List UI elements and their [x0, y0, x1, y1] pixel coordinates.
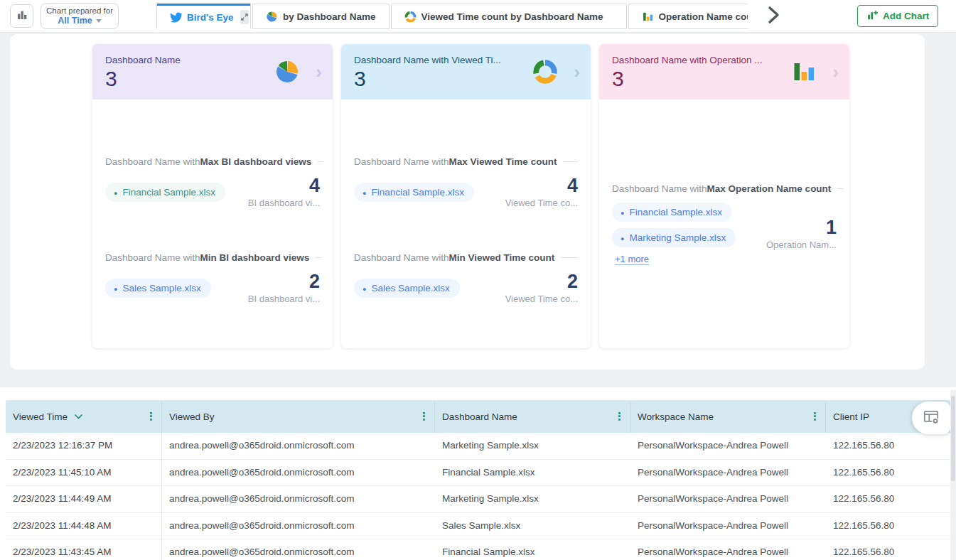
column-menu-icon[interactable]: ⋮ — [419, 409, 429, 424]
table-header: Viewed Time⋮Viewed By⋮Dashboard Name⋮Wor… — [6, 400, 950, 433]
cell-viewed-time: 2/23/2023 11:45:10 AM — [6, 460, 162, 486]
tab-label: by Dashboard Name — [283, 11, 376, 22]
cell-viewed-time: 2/23/2023 11:43:45 AM — [6, 539, 162, 560]
cell-viewed-time: 2/23/2023 11:44:48 AM — [6, 513, 162, 539]
bars-chart-icon — [791, 59, 817, 85]
stat-value-label: BI dashboard vi... — [248, 294, 320, 304]
dashboard-pill-sales-sample-xlsx[interactable]: ●Sales Sample.xlsx — [105, 279, 211, 298]
tab-by-dashboard-name[interactable]: by Dashboard Name — [252, 4, 390, 29]
add-chart-icon — [866, 9, 879, 23]
section-heading: Dashboard Name with Min BI dashboard vie… — [105, 252, 320, 263]
tabs-scroll-right-button[interactable] — [765, 6, 786, 26]
scrollbar-thumb[interactable] — [951, 396, 955, 481]
chevron-right-icon — [765, 6, 782, 27]
summary-cards: Dashboard Name3›Dashboard Name with Max … — [10, 34, 925, 348]
cell-dashboard-name: Financial Sample.xlsx — [435, 460, 630, 486]
column-settings-button[interactable] — [912, 402, 950, 434]
charts-panel: Dashboard Name3›Dashboard Name with Max … — [10, 34, 925, 370]
tab-viewed-time-count-by-dashboard-name[interactable]: Viewed Time count by Dashboard Name — [391, 4, 627, 29]
caret-down-icon — [96, 19, 102, 23]
dashboard-pill-financial-sample-xlsx[interactable]: ●Financial Sample.xlsx — [105, 183, 225, 202]
donut-chart-icon — [404, 11, 417, 23]
add-chart-button[interactable]: Add Chart — [857, 5, 938, 27]
chevron-right-icon[interactable]: › — [574, 60, 580, 84]
summary-card-dashboard-name-with-operation: Dashboard Name with Operation ...3›Dashb… — [599, 44, 849, 348]
cell-viewed-time: 2/23/2023 11:44:49 AM — [6, 486, 162, 512]
stat-value-block: 4BI dashboard vi... — [248, 176, 320, 208]
table-row[interactable]: 2/23/2023 11:43:45 AMandrea.powell@o365d… — [6, 539, 950, 560]
divider — [318, 161, 323, 162]
card-header[interactable]: Dashboard Name3› — [92, 44, 333, 99]
tab-bird-s-eye[interactable]: Bird's Eye — [156, 4, 251, 29]
stat-value-block: 4Viewed Time co... — [505, 176, 578, 208]
stat-value: 2 — [505, 271, 578, 291]
bullet-icon: ● — [621, 235, 624, 242]
stat-section: Dashboard Name with Min Viewed Time coun… — [354, 252, 578, 304]
toolbar: Chart prepared for All Time Bird's Eyeby… — [0, 0, 956, 33]
chevron-right-icon[interactable]: › — [832, 60, 839, 84]
chevron-right-icon[interactable]: › — [316, 60, 322, 84]
vertical-scrollbar[interactable] — [950, 390, 956, 560]
bird-chart-icon — [170, 11, 182, 23]
cell-workspace-name: PersonalWorkspace-Andrea Powell — [630, 539, 826, 560]
bullet-icon: ● — [362, 190, 366, 197]
expand-icon[interactable] — [240, 10, 249, 24]
table-row[interactable]: 2/23/2023 12:16:37 PMandrea.powell@o365d… — [6, 433, 950, 460]
section-heading: Dashboard Name with Min Viewed Time coun… — [354, 252, 578, 263]
cell-dashboard-name: Marketing Sample.xlsx — [435, 486, 630, 512]
card-body: Dashboard Name with Max BI dashboard vie… — [92, 156, 333, 304]
stat-value-label: Viewed Time co... — [505, 198, 578, 208]
column-menu-icon[interactable]: ⋮ — [810, 409, 820, 424]
dashboard-pill-financial-sample-xlsx[interactable]: ●Financial Sample.xlsx — [612, 203, 732, 222]
section-heading: Dashboard Name with Max BI dashboard vie… — [105, 156, 320, 167]
stat-section: Dashboard Name with Max BI dashboard vie… — [105, 156, 320, 208]
divider — [561, 257, 578, 258]
column-header-viewed-by[interactable]: Viewed By⋮ — [162, 400, 435, 433]
column-header-dashboard-name[interactable]: Dashboard Name⋮ — [435, 400, 630, 433]
column-label: Dashboard Name — [442, 411, 517, 422]
table-row[interactable]: 2/23/2023 11:44:49 AMandrea.powell@o365d… — [6, 486, 950, 513]
cell-viewed-by: andrea.powell@o365droid.onmicrosoft.com — [162, 433, 435, 459]
time-filter-value: All Time — [58, 16, 92, 26]
column-header-viewed-time[interactable]: Viewed Time⋮ — [6, 400, 162, 433]
card-header[interactable]: Dashboard Name with Operation ...3› — [599, 44, 849, 99]
column-menu-icon[interactable]: ⋮ — [146, 409, 156, 424]
divider — [316, 257, 321, 258]
bar-chart-icon — [16, 9, 28, 23]
sort-desc-icon[interactable] — [75, 414, 82, 419]
table-row[interactable]: 2/23/2023 11:44:48 AMandrea.powell@o365d… — [6, 513, 950, 540]
column-label: Workspace Name — [638, 411, 714, 422]
cell-viewed-by: andrea.powell@o365droid.onmicrosoft.com — [162, 460, 435, 486]
dashboard-pill-sales-sample-xlsx[interactable]: ●Sales Sample.xlsx — [354, 279, 460, 298]
chart-tabs: Bird's Eyeby Dashboard NameViewed Time c… — [156, 4, 748, 33]
cell-viewed-by: andrea.powell@o365droid.onmicrosoft.com — [162, 486, 435, 512]
stat-value: 1 — [766, 217, 837, 237]
column-label: Client IP — [833, 411, 869, 422]
cell-dashboard-name: Marketing Sample.xlsx — [435, 433, 630, 459]
summary-card-dashboard-name: Dashboard Name3›Dashboard Name with Max … — [92, 44, 333, 348]
dashboard-pill-financial-sample-xlsx[interactable]: ●Financial Sample.xlsx — [354, 183, 474, 202]
stat-section: Dashboard Name with Max Viewed Time coun… — [354, 156, 578, 208]
cell-dashboard-name: Financial Sample.xlsx — [435, 539, 630, 560]
tab-label: Bird's Eye — [187, 12, 234, 23]
card-header[interactable]: Dashboard Name with Viewed Ti...3› — [341, 44, 591, 99]
column-menu-icon[interactable]: ⋮ — [614, 409, 624, 424]
bars-chart-icon — [642, 11, 654, 23]
card-body: Dashboard Name with Max Viewed Time coun… — [341, 156, 591, 304]
bullet-icon: ● — [114, 286, 117, 293]
table-body: 2/23/2023 12:16:37 PMandrea.powell@o365d… — [6, 433, 950, 560]
chart-list-button[interactable] — [10, 4, 33, 28]
more-link[interactable]: +1 more — [615, 254, 649, 265]
table-row[interactable]: 2/23/2023 11:45:10 AMandrea.powell@o365d… — [6, 460, 950, 487]
cell-client-ip: 122.165.56.80 — [826, 460, 945, 486]
stat-section: Dashboard Name with Min BI dashboard vie… — [105, 252, 320, 304]
tab-operation-name-count[interactable]: Operation Name count — [628, 4, 748, 29]
dashboard-pill-marketing-sample-xlsx[interactable]: ●Marketing Sample.xlsx — [612, 228, 736, 247]
cell-viewed-time: 2/23/2023 12:16:37 PM — [6, 433, 162, 459]
section-heading: Dashboard Name with Max Operation Name c… — [612, 183, 837, 194]
time-filter-dropdown[interactable]: Chart prepared for All Time — [41, 3, 119, 29]
column-header-workspace-name[interactable]: Workspace Name⋮ — [630, 400, 826, 433]
stat-value-block: 2Viewed Time co... — [505, 271, 578, 304]
add-chart-label: Add Chart — [883, 11, 929, 21]
tab-label: Operation Name count — [659, 11, 748, 22]
